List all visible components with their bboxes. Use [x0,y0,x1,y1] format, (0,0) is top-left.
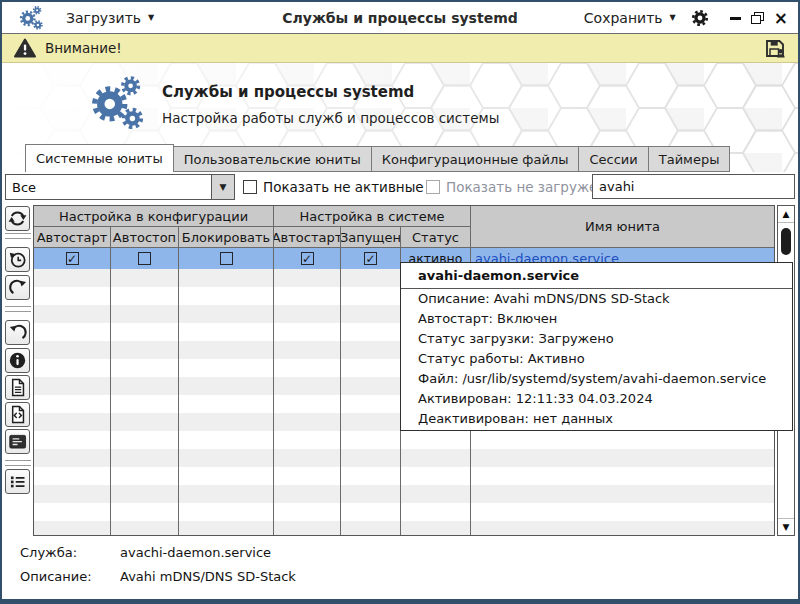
save-button[interactable]: Сохранить ▼ [584,10,676,26]
column-header-autostart-config[interactable]: Автостарт [34,227,111,248]
show-unloaded-checkbox[interactable] [426,180,440,194]
tooltip-title: avahi-daemon.service [401,263,792,289]
table-cell [341,305,401,323]
maximize-button[interactable] [751,12,764,24]
table-cell [179,287,274,305]
table-cell [274,305,341,323]
checkbox-checked[interactable]: ✓ [364,252,377,265]
table-cell [179,341,274,359]
table-row[interactable] [34,503,774,521]
table-cell [274,359,341,377]
tab-sessions[interactable]: Сессии [578,146,648,172]
table-cell [274,269,341,287]
show-inactive-checkbox[interactable] [243,180,257,194]
toolbar-separator [5,460,31,466]
column-header-autostop-config[interactable]: Автостоп [111,227,179,248]
table-row[interactable] [34,467,774,485]
tab-timers[interactable]: Таймеры [648,146,731,172]
table-cell [34,431,111,449]
search-input[interactable] [592,174,795,199]
service-value: avachi-daemon.service [120,545,271,560]
table-row[interactable] [34,431,774,449]
tooltip-line: Статус работы: Активно [401,349,792,369]
tooltip-line: Статус загрузки: Загружено [401,329,792,349]
table-row[interactable] [34,485,774,503]
table-row[interactable] [34,521,774,536]
table-cell [111,287,179,305]
table-cell [179,431,274,449]
chevron-down-icon: ▼ [211,175,234,199]
tab-system-units[interactable]: Системные юниты [25,144,174,172]
save-file-button[interactable] [764,37,786,59]
unit-tooltip: avahi-daemon.service Описание: Avahi mDN… [400,262,793,431]
table-cell [34,287,111,305]
table-cell [274,467,341,485]
gears-logo-icon [88,74,146,132]
category-select[interactable]: Все ▼ [5,174,235,200]
table-cell [34,377,111,395]
scrollbar-thumb[interactable] [781,228,791,255]
tooltip-line: Автостарт: Включен [401,309,792,329]
table-cell [179,467,274,485]
table-cell [111,323,179,341]
table-cell [111,503,179,521]
table-cell [34,485,111,503]
column-header-status[interactable]: Статус [401,227,471,248]
gear-icon [690,8,710,28]
edit-unit-file-button[interactable] [5,402,30,427]
info-button[interactable] [5,348,30,373]
tab-user-units[interactable]: Пользовательские юниты [173,146,372,172]
table-cell [274,377,341,395]
table-cell [341,503,401,521]
table-cell [179,323,274,341]
table-row[interactable] [34,449,774,467]
chevron-down-icon: ▼ [670,13,676,22]
table-cell [179,305,274,323]
table-cell [274,323,341,341]
column-header-unit-name[interactable]: Имя юнита [471,206,774,248]
checkbox-unchecked[interactable] [138,252,151,265]
table-header: Настройка в конфигурации Настройка в сис… [34,206,774,248]
table-cell [111,485,179,503]
table-cell [274,521,341,536]
history-icon [7,249,28,270]
column-header-autostart-system[interactable]: Автостарт [274,227,341,248]
minimize-button[interactable] [730,17,741,20]
undo-button[interactable] [5,320,30,345]
refresh-button[interactable] [5,206,30,231]
redo-icon [7,277,28,298]
table-cell [341,467,401,485]
settings-button[interactable] [690,8,710,28]
close-button[interactable]: × [774,12,788,24]
table-cell: ✓ [274,248,341,269]
checkbox-checked[interactable]: ✓ [301,252,314,265]
table-cell [34,395,111,413]
table-cell [34,413,111,431]
table-cell [274,395,341,413]
journal-button[interactable] [5,429,30,454]
table-cell [179,413,274,431]
scroll-up-button[interactable]: ▲ [778,206,794,223]
view-file-button[interactable] [5,375,30,400]
list-button[interactable] [5,469,30,494]
table-cell [471,449,774,467]
description-value: Avahi mDNS/DNS SD-Stack [120,569,296,584]
checkbox-unchecked[interactable] [220,252,233,265]
table-cell [274,449,341,467]
scroll-down-button[interactable]: ▼ [778,518,794,535]
column-header-block[interactable]: Блокировать [179,227,274,248]
load-button[interactable]: Загрузить ▼ [66,10,154,26]
undo-icon [7,322,28,343]
column-header-running[interactable]: Запущен [341,227,401,248]
toolbar-separator [5,306,31,312]
tab-config-files[interactable]: Конфигурационные файлы [371,146,580,172]
table-cell [274,341,341,359]
history-button[interactable] [5,247,30,272]
checkbox-checked[interactable]: ✓ [66,252,79,265]
refresh-icon [7,208,28,229]
list-icon [7,471,28,492]
app-window: Загрузить ▼ Службы и процессы systemd Со… [0,0,800,604]
table-cell [274,431,341,449]
service-label: Служба: [20,545,120,560]
redo-button[interactable] [5,275,30,300]
